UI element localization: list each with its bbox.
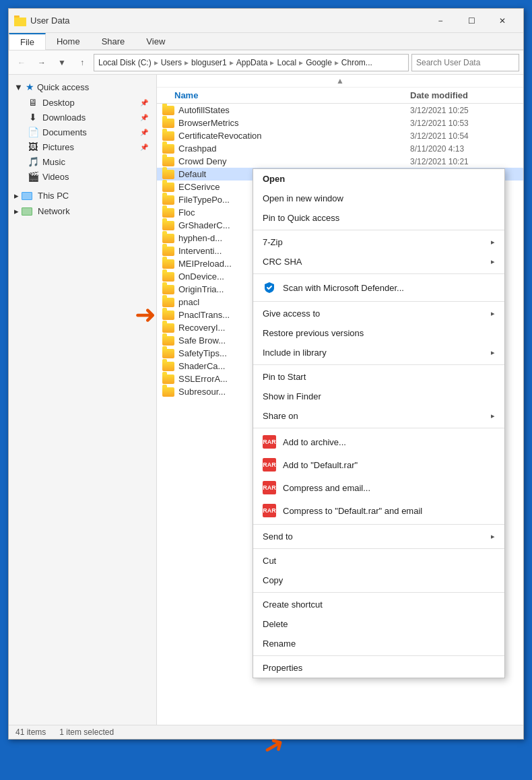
ctx-add-archive[interactable]: RAR Add to archive... (253, 430, 504, 453)
ctx-cut[interactable]: Cut (253, 551, 504, 571)
folder-icon-pnacltrans (162, 311, 174, 320)
ctx-properties[interactable]: Properties (253, 658, 504, 678)
folder-icon-floc (162, 208, 174, 218)
pin-downloads-icon: 📌 (140, 114, 148, 121)
desktop-icon: 🖥 (28, 97, 38, 108)
ctx-pin-start[interactable]: Pin to Start (253, 367, 504, 387)
ctx-include-library[interactable]: Include in library ▸ (253, 343, 504, 362)
ctx-share-on[interactable]: Share on ▸ (253, 406, 504, 426)
ctx-give-access[interactable]: Give access to ▸ (253, 304, 504, 323)
ctx-create-shortcut[interactable]: Create shortcut (253, 595, 504, 614)
ctx-show-finder[interactable]: Show in Finder (253, 387, 504, 406)
ctx-open-new-window[interactable]: Open in new window (253, 189, 504, 208)
search-box[interactable] (411, 54, 519, 71)
network-header[interactable]: ▸ Network (9, 203, 156, 219)
file-row[interactable]: Crowd Deny 3/12/2021 10:21 (157, 155, 523, 168)
sidebar-item-videos[interactable]: 🎬 Videos (9, 169, 156, 184)
ctx-share-on-arrow: ▸ (491, 412, 495, 420)
ctx-send-to[interactable]: Send to ▸ (253, 527, 504, 546)
tab-home[interactable]: Home (46, 33, 91, 49)
file-date-crowddeny: 3/12/2021 10:21 (410, 157, 518, 166)
ctx-restore-versions[interactable]: Restore previous versions (253, 323, 504, 343)
address-path[interactable]: Local Disk (C:) ▸ Users ▸ bloguser1 ▸ Ap… (94, 54, 409, 71)
quick-access-chevron: ▼ (14, 82, 23, 92)
sidebar-item-music[interactable]: 🎵 Music (9, 154, 156, 169)
ctx-compress-email[interactable]: RAR Compress and email... (253, 476, 504, 499)
tab-file[interactable]: File (9, 33, 46, 50)
folder-icon-crashpad (162, 144, 174, 154)
ctx-create-shortcut-label: Create shortcut (263, 599, 323, 610)
forward-button[interactable]: → (33, 54, 51, 71)
ctx-include-library-arrow: ▸ (491, 348, 495, 357)
path-appdata: AppData (236, 58, 268, 67)
file-name-crowddeny: Crowd Deny (178, 156, 406, 166)
sidebar-documents-label: Documents (42, 127, 87, 137)
tab-share[interactable]: Share (91, 33, 136, 49)
ribbon-tabs: File Home Share View (9, 33, 523, 50)
up-button[interactable]: ↑ (73, 54, 91, 71)
this-pc-header[interactable]: ▸ This PC (9, 188, 156, 203)
file-list-header: Name Date modified (157, 88, 523, 104)
ctx-compress-default-email[interactable]: RAR Compress to "Default.rar" and email (253, 499, 504, 522)
search-input[interactable] (416, 58, 514, 67)
ctx-add-archive-label: Add to archive... (283, 437, 346, 447)
rar-add-archive-icon: RAR (263, 435, 276, 449)
ctx-rename[interactable]: Rename (253, 634, 504, 653)
sidebar-item-pictures[interactable]: 🖼 Pictures 📌 (9, 139, 156, 154)
folder-icon-certrevoc (162, 131, 174, 141)
ctx-give-access-arrow: ▸ (491, 309, 495, 318)
folder-icon-grshader (162, 221, 174, 230)
folder-icon-meipreload (162, 259, 174, 269)
ctx-scan-defender[interactable]: Scan with Microsoft Defender... (253, 276, 504, 299)
file-date-crashpad: 8/11/2020 4:13 (410, 144, 518, 154)
recent-locations-button[interactable]: ▼ (53, 54, 71, 71)
file-row[interactable]: BrowserMetrics 3/12/2021 10:53 (157, 117, 523, 129)
address-bar: ← → ▼ ↑ Local Disk (C:) ▸ Users ▸ blogus… (9, 51, 523, 75)
ctx-sep-3 (253, 301, 504, 302)
ctx-copy[interactable]: Copy (253, 571, 504, 590)
ctx-delete-label: Delete (263, 619, 288, 629)
maximize-button[interactable]: ☐ (456, 9, 487, 33)
ctx-7zip[interactable]: 7-Zip ▸ (253, 232, 504, 252)
col-date-header[interactable]: Date modified (410, 90, 518, 100)
music-icon: 🎵 (28, 156, 38, 167)
close-button[interactable]: ✕ (487, 9, 518, 33)
file-row[interactable]: AutofillStates 3/12/2021 10:25 (157, 104, 523, 117)
file-row[interactable]: CertificateRevocation 3/12/2021 10:54 (157, 129, 523, 142)
ctx-crc-sha-label: CRC SHA (263, 257, 302, 267)
ctx-open-new-window-label: Open in new window (263, 193, 343, 203)
ctx-open-label: Open (263, 174, 285, 184)
folder-icon-subresour (162, 387, 174, 397)
ctx-delete[interactable]: Delete (253, 614, 504, 634)
quick-access-header[interactable]: ▼ ★ Quick access (9, 79, 156, 95)
folder-icon-origintria (162, 285, 174, 294)
ctx-pin-start-label: Pin to Start (263, 372, 306, 382)
tab-view[interactable]: View (135, 33, 176, 49)
ctx-compress-default-email-label: Compress to "Default.rar" and email (283, 506, 422, 516)
ctx-crc-sha-arrow: ▸ (491, 257, 495, 266)
minimize-button[interactable]: − (425, 9, 456, 33)
file-row[interactable]: Crashpad 8/11/2020 4:13 (157, 142, 523, 155)
sidebar-item-documents[interactable]: 📄 Documents 📌 (9, 125, 156, 139)
sidebar-item-downloads[interactable]: ⬇ Downloads 📌 (9, 110, 156, 125)
folder-icon-safetytips (162, 349, 174, 358)
back-button[interactable]: ← (13, 54, 30, 71)
this-pc-icon (22, 192, 32, 200)
col-name-header[interactable]: Name (174, 90, 410, 100)
ctx-pin-quick-access[interactable]: Pin to Quick access (253, 208, 504, 228)
sidebar-item-desktop[interactable]: 🖥 Desktop 📌 (9, 95, 156, 110)
ctx-sep-7 (253, 548, 504, 549)
ctx-open[interactable]: Open (253, 169, 504, 189)
pin-documents-icon: 📌 (140, 129, 148, 136)
ctx-rename-label: Rename (263, 639, 296, 649)
ctx-give-access-label: Give access to (263, 308, 320, 319)
folder-icon-safebrow (162, 336, 174, 346)
file-name-browsermetrics: BrowserMetrics (178, 118, 406, 128)
ctx-add-default-rar[interactable]: RAR Add to "Default.rar" (253, 453, 504, 476)
selection-count: 1 item selected (59, 727, 114, 737)
file-name-crashpad: Crashpad (178, 143, 406, 154)
defender-icon (263, 281, 276, 294)
ctx-crc-sha[interactable]: CRC SHA ▸ (253, 252, 504, 271)
ctx-sep-8 (253, 592, 504, 593)
documents-icon: 📄 (28, 127, 38, 137)
